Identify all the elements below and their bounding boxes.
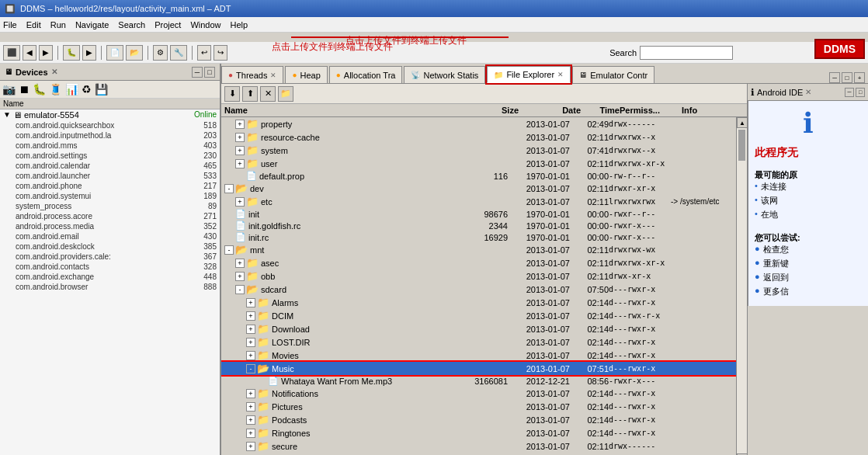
expand-btn[interactable]: +	[246, 298, 255, 307]
expand-btn[interactable]: +	[235, 146, 245, 155]
file-row[interactable]: +📁etc2013-01-0702:11lrwxrwxrwx-> /system…	[221, 195, 736, 208]
file-row[interactable]: +📁Ringtones2013-01-0702:14d---rwxr-x	[221, 426, 736, 439]
expand-btn[interactable]: +	[246, 311, 255, 321]
device-btn-dump[interactable]: 💾	[94, 82, 109, 96]
expand-btn[interactable]: +	[235, 159, 245, 168]
app-row[interactable]: com.android.email430	[0, 231, 220, 241]
file-row[interactable]: +📁user2013-01-0702:11drwxrwx-xr-x	[221, 157, 736, 170]
expand-btn[interactable]: +	[235, 272, 245, 281]
app-row[interactable]: com.android.settings230	[0, 151, 220, 161]
app-row[interactable]: com.android.launcher533	[0, 171, 220, 181]
file-toolbar-pull[interactable]: ⬇	[224, 86, 240, 102]
ddms-badge[interactable]: DDMS	[814, 39, 865, 59]
file-row[interactable]: +📁property2013-01-0702:49drwx------	[221, 117, 736, 130]
file-row[interactable]: +📁resource-cache2013-01-0702:11drwxrwx--…	[221, 130, 736, 144]
device-btn-screenshot[interactable]: 📷	[2, 82, 16, 96]
expand-btn[interactable]: -	[224, 245, 234, 255]
device-row-emulator[interactable]: ▼ 🖥 emulator-5554 Online	[0, 109, 220, 120]
file-row[interactable]: +📁Podcasts2013-01-0702:14d---rwxr-x	[221, 413, 736, 426]
toolbar-btn-11[interactable]: ↪	[214, 45, 227, 61]
device-btn-heap[interactable]: 📊	[64, 82, 79, 96]
app-row[interactable]: android.process.media352	[0, 221, 220, 231]
toolbar-btn-10[interactable]: ↩	[197, 45, 211, 61]
toolbar-btn-3[interactable]: ▶	[39, 45, 53, 61]
expand-btn[interactable]: -	[246, 364, 255, 373]
expand-btn[interactable]: +	[246, 415, 255, 425]
tab-heap[interactable]: ● Heap	[285, 66, 327, 83]
menu-file[interactable]: File	[3, 20, 17, 30]
panel-add-btn[interactable]: +	[854, 72, 865, 83]
expand-btn[interactable]: +	[235, 197, 245, 207]
ide-min[interactable]: ─	[845, 88, 854, 97]
menu-navigate[interactable]: Navigate	[75, 20, 109, 30]
tab-threads[interactable]: ● Threads ✕	[221, 66, 283, 83]
app-row[interactable]: com.android.phone217	[0, 181, 220, 191]
device-btn-thread[interactable]: 🧵	[48, 82, 63, 96]
tab-allocation[interactable]: ● Allocation Tra	[329, 66, 403, 83]
app-row[interactable]: system_process89	[0, 201, 220, 211]
file-row[interactable]: 📄init986761970-01-0100:00-rwxr--r--	[221, 208, 736, 220]
toolbar-btn-6[interactable]: 📄	[106, 45, 123, 61]
panel-minimize-btn[interactable]: ─	[829, 72, 840, 83]
device-btn-gc[interactable]: ♻	[81, 82, 92, 96]
tab-network[interactable]: 📡 Network Statis	[404, 66, 485, 83]
file-row[interactable]: -📂mnt2013-01-0702:11drwxrwx-wx	[221, 243, 736, 256]
file-row[interactable]: -📂sdcard2013-01-0707:50d---rwxr-x	[221, 283, 736, 296]
file-row[interactable]: +📁DCIM2013-01-0702:14d---rwx-r-x	[221, 309, 736, 322]
file-row[interactable]: +📁obb2013-01-0702:11drwx-xr-x	[221, 269, 736, 283]
ide-max[interactable]: □	[856, 88, 865, 97]
menu-search[interactable]: Search	[118, 20, 145, 30]
expand-btn[interactable]: +	[246, 338, 255, 347]
expand-btn[interactable]: -	[235, 285, 245, 294]
app-row[interactable]: com.android.providers.cale:367	[0, 252, 220, 262]
expand-btn[interactable]: +	[246, 351, 255, 360]
menu-window[interactable]: Window	[190, 20, 220, 30]
file-row[interactable]: +📁Alarms2013-01-0702:14d---rwxr-x	[221, 296, 736, 309]
app-row[interactable]: com.android.systemui189	[0, 191, 220, 201]
tab-file-explorer-close[interactable]: ✕	[557, 71, 564, 78]
expand-btn[interactable]: +	[235, 259, 245, 268]
panel-minimize[interactable]: ─	[192, 67, 203, 78]
toolbar-btn-5[interactable]: ▶	[82, 45, 96, 61]
menu-run[interactable]: Run	[50, 20, 66, 30]
app-row[interactable]: com.android.contacts328	[0, 262, 220, 272]
file-row[interactable]: -📂dev2013-01-0702:11drwxr-xr-x	[221, 182, 736, 195]
file-row[interactable]: 📄init.goldfish.rc23441970-01-0100:00-rwx…	[221, 220, 736, 231]
toolbar-btn-7[interactable]: 📂	[126, 45, 143, 61]
toolbar-btn-8[interactable]: ⚙	[153, 45, 168, 61]
file-row[interactable]: +📁asec2013-01-0702:11drwxrwx-xr-x	[221, 256, 736, 269]
scroll-up[interactable]: ▲	[737, 117, 747, 128]
file-row[interactable]: +📁Pictures2013-01-0702:14d---rwxr-x	[221, 400, 736, 413]
toolbar-btn-4[interactable]: 🐛	[63, 45, 80, 61]
file-row[interactable]: +📁LOST.DIR2013-01-0702:14d---rwxr-x	[221, 335, 736, 349]
expand-btn[interactable]: +	[246, 325, 255, 334]
expand-btn[interactable]: -	[224, 184, 234, 193]
panel-maximize-btn[interactable]: □	[842, 72, 852, 83]
file-toolbar-new[interactable]: 📁	[278, 86, 293, 102]
tab-emulator[interactable]: 🖥 Emulator Contr	[572, 66, 654, 83]
file-row[interactable]: +📁Notifications2013-01-0702:14d---rwxr-x	[221, 387, 736, 400]
menu-edit[interactable]: Edit	[26, 20, 41, 30]
expand-btn[interactable]: +	[246, 389, 255, 398]
app-row[interactable]: com.android.deskclock385	[0, 241, 220, 252]
panel-maximize[interactable]: □	[204, 67, 215, 78]
file-row[interactable]: +📁Movies2013-01-0702:14d---rwxr-x	[221, 349, 736, 362]
search-input[interactable]	[640, 46, 733, 60]
file-row[interactable]: +📁secure2013-01-0702:11drwx------	[221, 439, 736, 453]
file-list-scrollbar[interactable]: ▲ ▼	[736, 117, 747, 455]
tab-file-explorer[interactable]: 📁 File Explorer ✕	[487, 66, 571, 83]
file-row[interactable]: +📁system2013-01-0707:41drwxrwx--x	[221, 144, 736, 157]
expand-btn[interactable]: +	[235, 120, 245, 129]
menu-help[interactable]: Help	[231, 20, 248, 30]
toolbar-btn-9[interactable]: 🔧	[170, 45, 187, 61]
expand-btn[interactable]: +	[246, 402, 255, 412]
file-row[interactable]: -📂Music2013-01-0707:51d---rwxr-x	[221, 362, 736, 375]
file-row[interactable]: 📄Whataya Want From Me.mp331660812012-12-…	[221, 375, 736, 387]
expand-btn[interactable]: +	[246, 442, 255, 451]
scroll-track[interactable]	[737, 128, 747, 453]
file-toolbar-delete[interactable]: ✕	[260, 86, 276, 102]
app-row[interactable]: android.process.acore271	[0, 211, 220, 221]
file-toolbar-push[interactable]: ⬆	[242, 86, 258, 102]
file-row[interactable]: +📁Download2013-01-0702:14d---rwxr-x	[221, 322, 736, 335]
toolbar-btn-2[interactable]: ◀	[23, 45, 36, 61]
